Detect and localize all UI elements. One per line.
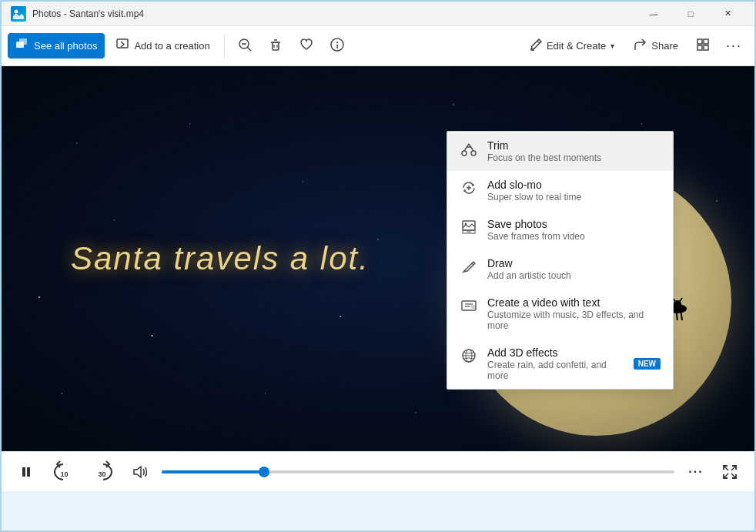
skip-back-label: 10 bbox=[60, 470, 68, 478]
svg-rect-20 bbox=[704, 45, 708, 50]
photos-nav-icon bbox=[15, 38, 29, 54]
svg-point-13 bbox=[336, 42, 338, 43]
slomo-text: Add slo-mo Super slow to real time bbox=[487, 179, 661, 202]
menu-item-video-text[interactable]: Create a video with text Customize with … bbox=[447, 289, 673, 339]
svg-point-43 bbox=[471, 151, 476, 156]
see-all-photos-label: See all photos bbox=[34, 40, 97, 52]
video-text-text: Create a video with text Customize with … bbox=[487, 296, 661, 331]
save-photos-icon bbox=[460, 219, 478, 236]
svg-line-65 bbox=[731, 473, 736, 478]
draw-title: Draw bbox=[487, 257, 661, 269]
svg-rect-17 bbox=[697, 39, 702, 44]
info-icon bbox=[329, 37, 345, 55]
window-controls: — □ ✕ bbox=[636, 2, 745, 26]
save-photos-title: Save photos bbox=[487, 218, 661, 230]
3d-effects-icon bbox=[460, 347, 478, 364]
progress-slider[interactable] bbox=[162, 470, 674, 473]
skip-forward-label: 30 bbox=[98, 470, 105, 478]
info-button[interactable] bbox=[323, 32, 351, 59]
heart-icon bbox=[299, 37, 314, 55]
svg-line-5 bbox=[247, 48, 251, 52]
svg-line-66 bbox=[724, 473, 728, 478]
svg-line-53 bbox=[472, 263, 473, 265]
slomo-icon bbox=[460, 179, 478, 196]
svg-line-63 bbox=[724, 466, 728, 470]
3d-effects-text: Add 3D effects Create rain, add confetti… bbox=[487, 346, 624, 381]
save-photos-desc: Save frames from video bbox=[487, 231, 661, 242]
draw-icon bbox=[460, 258, 478, 275]
svg-rect-2 bbox=[19, 38, 27, 45]
fullscreen-button[interactable] bbox=[718, 460, 742, 484]
delete-icon bbox=[268, 37, 283, 55]
controls-more-button[interactable]: ··· bbox=[684, 460, 708, 484]
add-to-creation-button[interactable]: Add to a creation bbox=[108, 33, 217, 59]
edit-create-button[interactable]: Edit & Create ▾ bbox=[520, 32, 622, 59]
separator-1 bbox=[224, 34, 225, 59]
skip-back-button[interactable]: 10 bbox=[48, 458, 79, 486]
menu-item-3d-effects[interactable]: Add 3D effects Create rain, add confetti… bbox=[447, 339, 673, 389]
svg-rect-61 bbox=[22, 467, 25, 477]
toolbar: See all photos Add to a creation bbox=[2, 26, 754, 66]
svg-rect-7 bbox=[273, 42, 279, 50]
edit-create-dropdown: Trim Focus on the best moments Add slo-m… bbox=[447, 131, 674, 390]
draw-desc: Add an artistic touch bbox=[487, 270, 661, 281]
video-text-icon bbox=[460, 297, 478, 314]
fit-button[interactable] bbox=[689, 32, 717, 59]
slomo-title: Add slo-mo bbox=[487, 179, 661, 191]
dropdown-chevron-icon: ▾ bbox=[610, 42, 614, 50]
edit-icon bbox=[528, 37, 544, 55]
title-bar: Photos - Santan's visit.mp4 — □ ✕ bbox=[2, 2, 754, 26]
more-icon: ··· bbox=[726, 38, 742, 54]
menu-item-trim[interactable]: Trim Focus on the best moments bbox=[447, 132, 673, 171]
progress-thumb[interactable] bbox=[259, 467, 269, 477]
slomo-desc: Super slow to real time bbox=[487, 192, 661, 202]
draw-text: Draw Add an artistic touch bbox=[487, 257, 661, 281]
video-text-desc: Customize with music, 3D effects, and mo… bbox=[487, 309, 661, 331]
3d-effects-title: Add 3D effects bbox=[487, 346, 624, 359]
progress-track[interactable] bbox=[162, 470, 674, 473]
fit-icon bbox=[695, 37, 711, 55]
app-icon bbox=[11, 6, 26, 22]
svg-point-42 bbox=[462, 151, 467, 156]
video-text-title: Create a video with text bbox=[487, 296, 661, 309]
trim-desc: Focus on the best moments bbox=[487, 152, 661, 163]
svg-point-0 bbox=[15, 9, 18, 13]
zoom-button[interactable] bbox=[231, 32, 259, 59]
playback-controls: 10 30 ··· bbox=[2, 451, 754, 491]
minimize-button[interactable]: — bbox=[636, 2, 671, 26]
trim-text: Trim Focus on the best moments bbox=[487, 139, 661, 163]
add-creation-icon bbox=[115, 38, 129, 54]
share-button[interactable]: Share bbox=[625, 33, 686, 59]
more-dots-icon: ··· bbox=[688, 465, 703, 479]
share-icon bbox=[633, 38, 647, 54]
video-overlay-text: Santa travels a lot. bbox=[71, 240, 370, 277]
progress-fill bbox=[162, 470, 264, 473]
share-label: Share bbox=[651, 40, 678, 52]
main-content: Santa travels a lot. Trim Focus on the b… bbox=[2, 66, 754, 451]
menu-item-save-photos[interactable]: Save photos Save frames from video bbox=[447, 210, 673, 249]
close-button[interactable]: ✕ bbox=[710, 2, 745, 26]
menu-item-slomo[interactable]: Add slo-mo Super slow to real time bbox=[447, 171, 673, 210]
new-badge: NEW bbox=[634, 358, 661, 370]
favorite-button[interactable] bbox=[293, 32, 320, 59]
window-title: Photos - Santan's visit.mp4 bbox=[32, 8, 144, 19]
menu-item-draw[interactable]: Draw Add an artistic touch bbox=[447, 249, 673, 289]
add-to-creation-label: Add to a creation bbox=[134, 40, 209, 52]
zoom-icon bbox=[237, 37, 253, 55]
skip-forward-button[interactable]: 30 bbox=[88, 458, 119, 486]
maximize-button[interactable]: □ bbox=[673, 2, 708, 26]
more-options-button[interactable]: ··· bbox=[720, 33, 748, 59]
edit-create-label: Edit & Create bbox=[547, 40, 606, 52]
save-photos-text: Save photos Save frames from video bbox=[487, 218, 661, 242]
svg-rect-62 bbox=[27, 467, 30, 477]
delete-button[interactable] bbox=[262, 32, 289, 59]
see-all-photos-button[interactable]: See all photos bbox=[8, 33, 105, 59]
svg-rect-19 bbox=[697, 45, 702, 50]
3d-effects-desc: Create rain, add confetti, and more bbox=[487, 360, 624, 381]
trim-icon bbox=[460, 140, 478, 157]
pause-button[interactable] bbox=[14, 460, 38, 484]
svg-line-15 bbox=[537, 41, 540, 43]
trim-title: Trim bbox=[487, 139, 661, 152]
volume-button[interactable] bbox=[128, 460, 152, 484]
svg-rect-18 bbox=[704, 39, 708, 44]
